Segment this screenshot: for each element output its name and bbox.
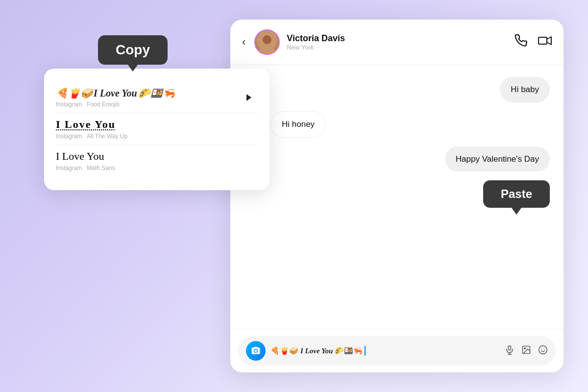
image-icon[interactable]	[521, 345, 531, 357]
copy-label: Copy	[116, 42, 150, 57]
font-row-dotted-content: I Love You Instagram All The Way Up	[56, 118, 258, 140]
paste-tooltip[interactable]: Paste	[483, 180, 550, 208]
text-cursor	[365, 346, 366, 356]
message-hi-honey-wrapper: Hi honey	[244, 111, 550, 138]
tag-instagram-3: Instagram	[56, 165, 82, 172]
contact-info: Victoria Davis New York	[287, 33, 508, 51]
paste-tooltip-wrapper: Paste	[483, 180, 550, 208]
chat-header: ‹ Victoria Davis New York	[230, 20, 564, 65]
input-love-text: I Love You	[300, 347, 333, 355]
tag-instagram-1: Instagram	[56, 101, 82, 108]
emoji-icon[interactable]	[538, 345, 548, 357]
svg-point-9	[539, 345, 547, 354]
font-row-dotted: I Love You Instagram All The Way Up	[56, 113, 258, 145]
message-valentines: Happy Valentine's Day	[445, 147, 550, 172]
font-tags-2: Instagram All The Way Up	[56, 133, 258, 140]
msg-text-1: Hi baby	[511, 85, 539, 94]
input-emoji-before: 🍕🍟🥪	[270, 346, 298, 355]
svg-point-3	[255, 350, 257, 352]
tag-style-1: Food Emojis	[87, 101, 120, 108]
font-tags-1: Instagram Food Emojis	[56, 101, 240, 108]
copy-tooltip[interactable]: Copy	[98, 35, 168, 65]
tag-style-2: All The Way Up	[87, 133, 127, 140]
emoji-text-1: I Love You	[94, 88, 137, 99]
input-emoji-after: 🌮🍱🦐	[335, 346, 363, 355]
font-preview-emoji: 🍕🍟🥪 I Love You 🌮🍱🦐	[56, 87, 240, 99]
camera-button[interactable]	[246, 341, 266, 361]
dotted-text: I Love You	[56, 118, 116, 130]
chat-input-bar: 🍕🍟🥪 I Love You 🌮🍱🦐	[238, 336, 556, 366]
svg-rect-1	[539, 37, 547, 44]
msg-text-3: Happy Valentine's Day	[456, 154, 539, 164]
emoji-before-1: 🍕🍟🥪	[56, 87, 93, 99]
input-icons	[505, 345, 548, 357]
message-hi-baby: Hi baby	[500, 77, 550, 102]
contact-avatar-ring	[254, 29, 280, 55]
paste-label: Paste	[501, 187, 532, 200]
contact-location: New York	[287, 44, 508, 51]
chat-window: ‹ Victoria Davis New York	[230, 20, 564, 372]
contact-avatar	[255, 30, 279, 54]
back-button[interactable]: ‹	[242, 36, 245, 49]
header-icons	[514, 34, 552, 50]
svg-rect-4	[509, 345, 511, 350]
svg-marker-0	[246, 94, 251, 101]
svg-marker-2	[547, 37, 551, 45]
font-row-mathsans-content: I Love You Instagram Math Sans	[56, 150, 258, 172]
contact-name: Victoria Davis	[287, 33, 508, 44]
video-icon[interactable]	[538, 34, 552, 50]
tag-instagram-2: Instagram	[56, 133, 82, 140]
font-row-emoji-content: 🍕🍟🥪 I Love You 🌮🍱🦐 Instagram Food Emojis	[56, 87, 240, 108]
copy-card: Copy 🍕🍟🥪 I Love You 🌮🍱🦐 Instagram Food E…	[44, 69, 270, 190]
svg-point-8	[524, 347, 526, 349]
phone-icon[interactable]	[514, 34, 527, 50]
font-preview-dotted: I Love You	[56, 118, 258, 131]
chat-input-text[interactable]: 🍕🍟🥪 I Love You 🌮🍱🦐	[270, 346, 500, 356]
mathsans-text: I Love You	[56, 150, 104, 162]
font-tags-3: Instagram Math Sans	[56, 165, 258, 172]
font-row-emoji: 🍕🍟🥪 I Love You 🌮🍱🦐 Instagram Food Emojis	[56, 82, 258, 113]
font-row-mathsans: I Love You Instagram Math Sans	[56, 145, 258, 176]
chat-input-area: 🍕🍟🥪 I Love You 🌮🍱🦐	[230, 329, 564, 372]
emoji-after-1: 🌮🍱🦐	[138, 87, 175, 99]
font-preview-mathsans: I Love You	[56, 150, 258, 163]
msg-text-2: Hi honey	[282, 120, 315, 129]
message-hi-honey: Hi honey	[270, 111, 326, 138]
mic-icon[interactable]	[505, 345, 514, 357]
arrow-btn-1[interactable]	[240, 89, 258, 106]
chat-body: Hi baby Hi honey Happy Valentine's Day P…	[230, 65, 564, 329]
tag-style-3: Math Sans	[87, 165, 115, 172]
